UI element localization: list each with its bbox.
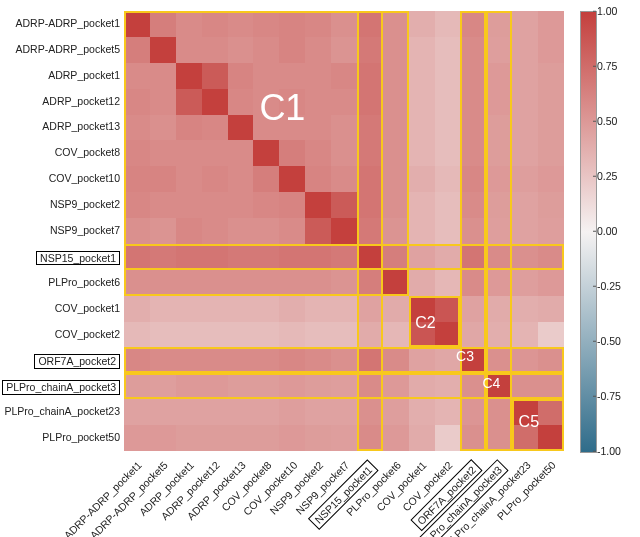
plot-area: C1C2C3C4C5 xyxy=(124,11,564,451)
heatmap-cell xyxy=(124,270,150,296)
heatmap-cell xyxy=(435,192,461,218)
colorbar-tick: -0.50 xyxy=(597,336,621,347)
heatmap-cell xyxy=(279,270,305,296)
y-tick-label: NSP15_pocket1 xyxy=(0,251,120,266)
heatmap-cell xyxy=(305,140,331,166)
heatmap-cell xyxy=(279,140,305,166)
heatmap-cell xyxy=(124,115,150,141)
heatmap-cell xyxy=(228,399,254,425)
y-tick-label: NSP9_pocket2 xyxy=(0,199,120,210)
heatmap-cell xyxy=(538,11,564,37)
heatmap-cell xyxy=(124,11,150,37)
heatmap-cell xyxy=(409,115,435,141)
heatmap-cell xyxy=(460,140,486,166)
heatmap-cell xyxy=(538,37,564,63)
heatmap-cell xyxy=(253,89,279,115)
heatmap-cell xyxy=(538,218,564,244)
heatmap-cell xyxy=(357,11,383,37)
colorbar-tick: -1.00 xyxy=(597,446,621,457)
heatmap-cell xyxy=(331,192,357,218)
heatmap-cell xyxy=(460,11,486,37)
heatmap-cell xyxy=(253,218,279,244)
heatmap-cell xyxy=(357,296,383,322)
heatmap-cell xyxy=(279,347,305,373)
heatmap-cell xyxy=(357,347,383,373)
heatmap-cell xyxy=(460,322,486,348)
heatmap-cell xyxy=(253,244,279,270)
heatmap-grid xyxy=(124,11,564,451)
heatmap-cell xyxy=(538,115,564,141)
heatmap-cell xyxy=(331,425,357,451)
heatmap-cell xyxy=(202,218,228,244)
heatmap-cell xyxy=(305,399,331,425)
heatmap-cell xyxy=(228,89,254,115)
heatmap-cell xyxy=(383,373,409,399)
heatmap-cell xyxy=(331,373,357,399)
y-tick-label: PLPro_pocket50 xyxy=(0,432,120,443)
heatmap-cell xyxy=(512,63,538,89)
heatmap-cell xyxy=(486,37,512,63)
heatmap-cell xyxy=(435,244,461,270)
y-axis-labels: ADRP-ADRP_pocket1ADRP-ADRP_pocket5ADRP_p… xyxy=(0,11,120,451)
heatmap-cell xyxy=(176,425,202,451)
heatmap-cell xyxy=(279,115,305,141)
heatmap-cell xyxy=(409,63,435,89)
heatmap-cell xyxy=(305,322,331,348)
heatmap-cell xyxy=(202,296,228,322)
heatmap-cell xyxy=(331,296,357,322)
heatmap-cell xyxy=(383,399,409,425)
y-tick-label: PLPro_chainA_pocket3 xyxy=(0,380,120,395)
heatmap-cell xyxy=(409,37,435,63)
heatmap-cell xyxy=(228,166,254,192)
heatmap-cell xyxy=(435,89,461,115)
heatmap-cell xyxy=(512,218,538,244)
heatmap-cell xyxy=(357,192,383,218)
heatmap-cell xyxy=(357,270,383,296)
heatmap-cell xyxy=(435,296,461,322)
heatmap-cell xyxy=(305,63,331,89)
heatmap-cell xyxy=(512,425,538,451)
heatmap-cell xyxy=(253,37,279,63)
heatmap-cell xyxy=(202,425,228,451)
heatmap-cell xyxy=(538,166,564,192)
y-tick-label: ADRP-ADRP_pocket5 xyxy=(0,44,120,55)
heatmap-cell xyxy=(124,296,150,322)
heatmap-cell xyxy=(460,399,486,425)
heatmap-cell xyxy=(331,166,357,192)
heatmap-cell xyxy=(176,218,202,244)
heatmap-cell xyxy=(383,322,409,348)
heatmap-cell xyxy=(228,140,254,166)
heatmap-cell xyxy=(538,63,564,89)
heatmap-cell xyxy=(383,218,409,244)
heatmap-cell xyxy=(176,347,202,373)
heatmap-cell xyxy=(435,11,461,37)
heatmap-cell xyxy=(253,166,279,192)
heatmap-cell xyxy=(279,373,305,399)
heatmap-cell xyxy=(331,89,357,115)
heatmap-cell xyxy=(150,89,176,115)
x-axis-labels: ADRP-ADRP_pocket1ADRP-ADRP_pocket5ADRP_p… xyxy=(124,453,564,537)
y-tick-label: NSP9_pocket7 xyxy=(0,225,120,236)
heatmap-cell xyxy=(331,322,357,348)
heatmap-cell xyxy=(331,115,357,141)
heatmap-cell xyxy=(331,244,357,270)
heatmap-cell xyxy=(176,296,202,322)
heatmap-cell xyxy=(228,322,254,348)
heatmap-cell xyxy=(409,89,435,115)
heatmap-cell xyxy=(512,11,538,37)
heatmap-cell xyxy=(228,296,254,322)
heatmap-cell xyxy=(124,89,150,115)
heatmap-cell xyxy=(409,244,435,270)
heatmap-cell xyxy=(124,140,150,166)
heatmap-cell xyxy=(460,347,486,373)
heatmap-cell xyxy=(435,373,461,399)
heatmap-cell xyxy=(486,373,512,399)
heatmap-figure: C1C2C3C4C5 ADRP-ADRP_pocket1ADRP-ADRP_po… xyxy=(0,0,640,537)
heatmap-cell xyxy=(538,244,564,270)
heatmap-cell xyxy=(150,63,176,89)
heatmap-cell xyxy=(435,140,461,166)
heatmap-cell xyxy=(486,166,512,192)
heatmap-cell xyxy=(357,425,383,451)
heatmap-cell xyxy=(202,373,228,399)
heatmap-cell xyxy=(305,218,331,244)
